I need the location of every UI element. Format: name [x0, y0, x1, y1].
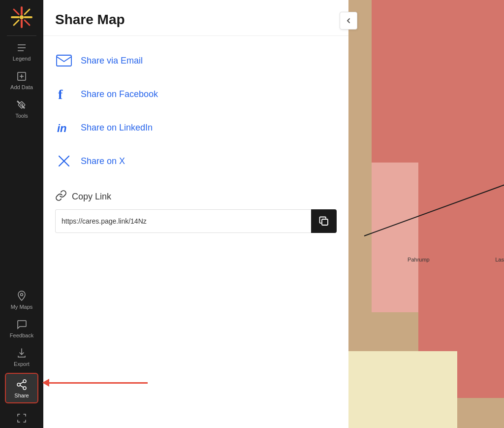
svg-line-8 [14, 20, 19, 25]
my-maps-icon [16, 290, 28, 302]
tools-icon [16, 99, 28, 111]
sidebar-item-add-data[interactable]: Add Data [0, 66, 43, 94]
copy-link-input-row [55, 209, 337, 233]
sidebar-item-label: Add Data [10, 84, 33, 90]
export-icon [16, 347, 28, 359]
copy-link-section: Copy Link [43, 186, 348, 233]
sidebar-item-tools[interactable]: Tools [0, 94, 43, 123]
map-label-pahrump: Pahrump [408, 257, 430, 263]
sidebar-item-label: Share [14, 393, 29, 398]
facebook-icon: f [55, 85, 73, 103]
link-icon [55, 190, 67, 203]
svg-line-5 [14, 9, 19, 14]
add-data-icon [16, 70, 28, 82]
share-options-list: Share via Email f Share on Facebook in S… [43, 36, 348, 186]
svg-text:f: f [58, 87, 63, 101]
svg-line-21 [20, 386, 24, 388]
sidebar-item-feedback[interactable]: Feedback [0, 314, 43, 342]
sidebar-item-my-maps[interactable]: My Maps [0, 285, 43, 314]
svg-line-7 [25, 9, 30, 14]
sidebar-item-fit[interactable] [0, 407, 43, 428]
share-option-linkedin[interactable]: in Share on LinkedIn [55, 111, 337, 144]
sidebar-item-label: Legend [13, 56, 31, 62]
divider-top [7, 35, 36, 36]
svg-point-0 [20, 15, 24, 19]
collapse-button[interactable] [340, 12, 357, 30]
svg-point-20 [23, 387, 26, 390]
copy-icon [318, 216, 329, 227]
copy-link-header: Copy Link [55, 190, 337, 203]
share-option-email[interactable]: Share via Email [55, 44, 337, 77]
share-option-x-label: Share on X [81, 156, 125, 166]
sidebar: Legend Add Data Tools My Maps Feedbac [0, 0, 43, 428]
share-option-facebook[interactable]: f Share on Facebook [55, 77, 337, 111]
share-panel-header: Share Map [43, 0, 348, 36]
share-option-linkedin-label: Share on LinkedIn [81, 123, 153, 133]
sidebar-item-label: Feedback [10, 332, 33, 338]
sidebar-item-label: Export [14, 361, 30, 367]
sidebar-item-export[interactable]: Export [0, 342, 43, 371]
svg-rect-23 [57, 55, 71, 66]
email-icon [55, 52, 73, 69]
svg-text:in: in [57, 122, 67, 134]
app-logo-icon [10, 5, 33, 29]
fit-screen-icon [16, 412, 28, 424]
sidebar-item-legend[interactable]: Legend [0, 37, 43, 66]
legend-icon [16, 42, 28, 54]
map-region-yellow [348, 351, 457, 428]
linkedin-icon: in [55, 119, 73, 136]
sidebar-item-label: My Maps [11, 304, 33, 310]
logo[interactable] [0, 0, 43, 34]
x-icon [55, 152, 73, 170]
svg-point-17 [21, 294, 23, 296]
copy-link-input[interactable] [55, 209, 311, 233]
share-panel-title: Share Map [55, 12, 337, 28]
copy-link-button[interactable] [311, 209, 337, 233]
map-area[interactable]: Pahrump Las [348, 0, 504, 428]
chevron-left-icon [345, 17, 352, 25]
svg-point-18 [23, 380, 26, 383]
sidebar-item-share[interactable]: Share [5, 373, 38, 403]
share-panel: Share Map Share via Email f Shar [43, 0, 348, 428]
copy-link-label: Copy Link [72, 192, 111, 202]
share-option-facebook-label: Share on Facebook [81, 89, 158, 99]
svg-point-16 [21, 104, 23, 106]
feedback-icon [16, 319, 28, 330]
share-option-x[interactable]: Share on X [55, 144, 337, 178]
svg-rect-26 [322, 219, 328, 225]
svg-point-19 [17, 383, 20, 386]
svg-line-6 [25, 20, 30, 25]
sidebar-item-label: Tools [15, 113, 28, 119]
map-label-las: Las [495, 257, 504, 263]
share-icon [16, 379, 28, 391]
share-option-email-label: Share via Email [81, 56, 143, 66]
svg-line-22 [20, 382, 24, 384]
